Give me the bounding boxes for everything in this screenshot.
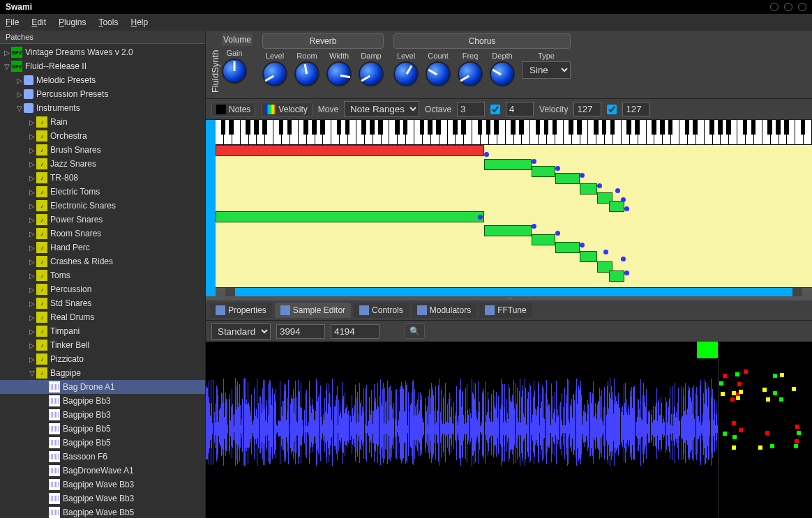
black-key[interactable] <box>709 120 714 135</box>
black-key[interactable] <box>345 120 350 135</box>
white-key[interactable] <box>530 120 539 145</box>
spectrogram[interactable] <box>718 342 812 518</box>
tree-item[interactable]: ▷ ♪ Room Snares <box>0 227 205 241</box>
white-key[interactable] <box>356 120 365 145</box>
tree-item[interactable]: Bagpipe Wave Bb5 <box>0 505 205 518</box>
tree-item[interactable]: ▷ ♪ Rain <box>0 115 205 129</box>
menu-file[interactable]: File <box>6 17 19 27</box>
gain-knob[interactable] <box>222 59 247 84</box>
note-range-bar[interactable] <box>532 166 555 177</box>
white-key[interactable] <box>331 120 340 145</box>
expander-icon[interactable]: ▽ <box>28 370 36 377</box>
white-key[interactable] <box>414 120 423 145</box>
tab-sample-editor[interactable]: Sample Editor <box>275 303 351 318</box>
black-key[interactable] <box>602 120 607 135</box>
tree-item[interactable]: ▷ ♪ Toms <box>0 268 205 282</box>
expander-icon[interactable]: ▷ <box>28 132 36 140</box>
black-key[interactable] <box>569 120 573 135</box>
black-key[interactable] <box>511 120 516 135</box>
width-knob[interactable] <box>326 61 352 86</box>
note-range-bar[interactable] <box>609 201 624 212</box>
note-range-bar[interactable] <box>216 211 484 222</box>
black-key[interactable] <box>652 120 656 135</box>
tree-item[interactable]: ▷ ♪ Jazz Snares <box>0 157 205 171</box>
expander-icon[interactable]: ▷ <box>28 328 36 335</box>
black-key[interactable] <box>420 120 425 135</box>
root-note-dot[interactable] <box>555 231 560 236</box>
patches-tree[interactable]: ▷ SF2 Vintage Dreams Waves v 2.0 ▽ SF2 F… <box>0 44 205 518</box>
black-key[interactable] <box>626 120 631 135</box>
tree-item[interactable]: Bagpipe Wave Bb3 <box>0 492 205 505</box>
loop-start-input[interactable] <box>276 324 325 339</box>
white-key[interactable] <box>241 120 249 145</box>
note-range-bar[interactable] <box>532 234 555 245</box>
tree-item[interactable]: ▷ ♪ Hand Perc <box>0 241 205 254</box>
expander-icon[interactable]: ▷ <box>15 91 24 98</box>
notes-mode-button[interactable]: Notes <box>211 102 255 117</box>
root-note-dot[interactable] <box>555 166 560 171</box>
tree-item[interactable]: ▽ Instruments <box>0 101 205 115</box>
root-note-dot[interactable] <box>615 188 620 193</box>
note-range-bar[interactable] <box>555 173 579 184</box>
expander-icon[interactable]: ▷ <box>28 230 36 238</box>
note-range-bar[interactable] <box>555 242 579 253</box>
note-range-editor[interactable] <box>216 145 812 287</box>
root-note-dot[interactable] <box>624 206 629 211</box>
chorus-button[interactable]: Chorus <box>393 33 571 49</box>
piano-keyboard[interactable] <box>216 120 812 145</box>
tree-item[interactable]: Bagpipe Bb3 <box>0 394 205 408</box>
white-key[interactable] <box>273 120 282 145</box>
expander-icon[interactable]: ▷ <box>28 272 36 280</box>
expander-icon[interactable]: ▷ <box>28 258 36 266</box>
black-key[interactable] <box>743 120 748 135</box>
tree-item[interactable]: ▷ ♪ Timpani <box>0 324 205 338</box>
tree-item[interactable]: ▷ ♪ Electric Toms <box>0 185 205 199</box>
tree-item[interactable]: ▷ ♪ Electronic Snares <box>0 199 205 213</box>
zoom-select[interactable]: Standard <box>211 323 271 340</box>
tree-item[interactable]: ▷ ♪ Real Drums <box>0 310 205 324</box>
white-key[interactable] <box>762 120 771 145</box>
count-knob[interactable] <box>426 61 451 86</box>
depth-knob[interactable] <box>490 61 515 86</box>
level-knob[interactable] <box>393 61 419 86</box>
waveform-display[interactable] <box>206 342 718 518</box>
note-range-bar[interactable] <box>484 159 532 170</box>
root-note-dot[interactable] <box>580 243 585 247</box>
white-key[interactable] <box>647 120 655 145</box>
tab-modulators[interactable]: Modulators <box>412 303 476 318</box>
black-key[interactable] <box>594 120 599 135</box>
type-select[interactable]: Sine <box>522 61 571 79</box>
black-key[interactable] <box>751 120 756 135</box>
vertical-scrollbar[interactable] <box>206 120 216 296</box>
tree-item[interactable]: Bagpipe Wave Bb3 <box>0 478 205 492</box>
root-note-dot[interactable] <box>532 159 536 164</box>
black-key[interactable] <box>320 120 325 135</box>
room-knob[interactable] <box>294 61 319 86</box>
expander-icon[interactable]: ▷ <box>28 119 36 126</box>
expander-icon[interactable]: ▽ <box>15 105 24 112</box>
close-button[interactable] <box>798 3 806 11</box>
expander-icon[interactable]: ▷ <box>3 49 11 56</box>
expander-icon[interactable]: ▽ <box>3 63 11 70</box>
freq-knob[interactable] <box>458 61 483 86</box>
note-range-bar[interactable] <box>484 225 532 236</box>
black-key[interactable] <box>279 120 284 135</box>
black-key[interactable] <box>801 120 806 135</box>
black-key[interactable] <box>552 120 557 135</box>
black-key[interactable] <box>370 120 375 135</box>
note-range-bar[interactable] <box>580 251 598 262</box>
black-key[interactable] <box>494 120 499 135</box>
black-key[interactable] <box>784 120 789 135</box>
expander-icon[interactable]: ▷ <box>28 202 36 210</box>
black-key[interactable] <box>685 120 690 135</box>
black-key[interactable] <box>287 120 292 135</box>
expander-icon[interactable]: ▷ <box>28 244 36 252</box>
velocity-low-input[interactable] <box>573 102 601 116</box>
black-key[interactable] <box>254 120 259 135</box>
scroll-right-button[interactable] <box>802 288 812 296</box>
octave-low-input[interactable] <box>457 102 485 116</box>
root-note-dot[interactable] <box>597 183 602 188</box>
white-key[interactable] <box>299 120 307 145</box>
black-key[interactable] <box>403 120 408 135</box>
black-key[interactable] <box>610 120 615 135</box>
